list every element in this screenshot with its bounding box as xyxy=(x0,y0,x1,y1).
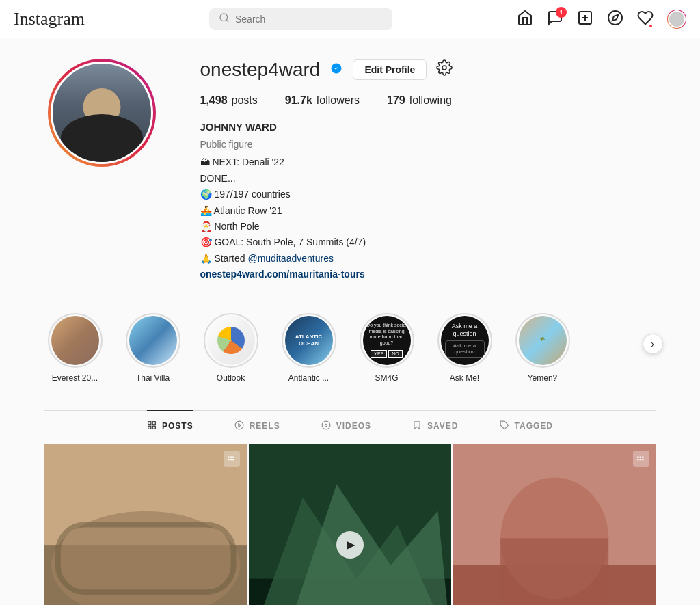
stories-next-button[interactable]: › xyxy=(643,334,663,354)
following-count: 179 xyxy=(387,94,405,107)
tab-videos[interactable]: VIDEOS xyxy=(321,410,371,442)
bio-line-6: 🎯 GOAL: South Pole, 7 Summits (4/7) xyxy=(200,234,656,250)
notifications-icon[interactable] xyxy=(637,10,654,29)
followers-stat[interactable]: 91.7k followers xyxy=(285,94,360,107)
settings-icon[interactable] xyxy=(436,59,453,80)
add-post-icon[interactable] xyxy=(577,10,593,29)
story-ring-sm4g: Do you think social media is causing mor… xyxy=(360,313,414,368)
tab-reels-label: REELS xyxy=(250,421,280,431)
profile-section: onestep4ward Edit Profile 1,498 xyxy=(44,59,656,283)
bio-category: Public figure xyxy=(200,137,656,152)
story-label-sm4g: SM4G xyxy=(375,373,398,383)
bio-line-5: 🎅 North Pole xyxy=(200,219,656,234)
bio-mention-link[interactable]: @muditaadventures xyxy=(247,253,334,264)
search-input[interactable] xyxy=(235,14,383,25)
grid-item-amalfi[interactable]: ▶ xyxy=(249,444,451,605)
story-sm4g[interactable]: Do you think social media is causing mor… xyxy=(356,313,418,383)
header-nav: 1 xyxy=(517,10,686,29)
bio-line-3: 🌍 197/197 countries xyxy=(200,187,656,202)
story-label-everest: Everest 20... xyxy=(52,373,98,383)
svg-point-15 xyxy=(325,424,327,427)
profile-username: onestep4ward xyxy=(200,59,321,81)
grid-image-amalfi xyxy=(249,444,451,605)
bio-line-4: 🚣 Atlantic Row '21 xyxy=(200,203,656,218)
tab-reels[interactable]: REELS xyxy=(234,410,280,442)
username-row: onestep4ward Edit Profile xyxy=(200,59,656,81)
grid-image-colosseum xyxy=(44,444,247,605)
following-stat[interactable]: 179 following xyxy=(387,94,452,107)
search-bar[interactable] xyxy=(209,8,392,30)
story-yemen[interactable]: 🌴 Yemen? xyxy=(512,313,574,383)
story-ring-thai xyxy=(126,313,180,368)
story-ring-atlantic: ATLANTIC OCEAN xyxy=(282,313,336,368)
following-label: following xyxy=(409,94,452,107)
svg-rect-8 xyxy=(148,421,151,424)
photo-grid: ▶ xyxy=(44,444,656,605)
content-tabs: POSTS REELS VIDEOS SAVE xyxy=(44,410,656,442)
bio-name: JOHNNY WARD xyxy=(200,119,656,135)
posts-stat[interactable]: 1,498 posts xyxy=(200,94,258,107)
svg-line-1 xyxy=(226,20,228,22)
story-outlook[interactable]: Outlook xyxy=(200,313,262,383)
bio-link-line: onestep4ward.com/mauritania-tours xyxy=(200,267,656,282)
play-button-amalfi: ▶ xyxy=(336,531,364,559)
story-everest[interactable]: Everest 20... xyxy=(44,313,106,383)
svg-rect-9 xyxy=(152,421,155,424)
story-ring-yemen: 🌴 xyxy=(515,313,570,368)
profile-avatar-ring xyxy=(48,59,156,167)
edit-profile-button[interactable]: Edit Profile xyxy=(353,59,427,80)
posts-count: 1,498 xyxy=(200,94,228,107)
story-label-thai: Thai Villa xyxy=(136,373,170,383)
stories-highlights: Everest 20... Thai Villa Outlook ATLANT xyxy=(44,313,656,383)
profile-avatar-header[interactable] xyxy=(667,10,686,29)
story-ring-askme: Ask me a question Ask me a question xyxy=(438,313,492,368)
grid-multi-icon-florence xyxy=(633,451,649,467)
profile-stats: 1,498 posts 91.7k followers 179 followin… xyxy=(200,94,656,107)
explore-icon[interactable] xyxy=(607,10,623,29)
story-atlantic[interactable]: ATLANTIC OCEAN Antlantic ... xyxy=(278,313,340,383)
reels-tab-icon xyxy=(234,420,244,432)
profile-picture xyxy=(53,64,151,162)
svg-point-0 xyxy=(220,14,228,21)
svg-point-14 xyxy=(322,421,330,429)
profile-avatar-wrap xyxy=(44,59,159,167)
posts-label: posts xyxy=(232,94,258,107)
story-askme[interactable]: Ask me a question Ask me a question Ask … xyxy=(434,313,496,383)
grid-item-florence[interactable] xyxy=(453,444,656,605)
tab-saved[interactable]: SAVED xyxy=(412,410,458,442)
posts-tab-icon xyxy=(147,420,157,432)
story-thumb-askme: Ask me a question Ask me a question xyxy=(441,316,489,365)
tab-posts-label: POSTS xyxy=(162,421,193,431)
message-badge: 1 xyxy=(556,7,567,18)
svg-point-12 xyxy=(235,421,243,429)
home-icon[interactable] xyxy=(517,10,533,29)
story-label-yemen: Yemen? xyxy=(528,373,558,383)
grid-image-florence xyxy=(453,444,656,605)
story-label-askme: Ask Me! xyxy=(450,373,479,383)
story-label-atlantic: Antlantic ... xyxy=(288,373,329,383)
story-thumb-thai xyxy=(129,316,177,365)
bio-line-1: 🏔 NEXT: Denali '22 xyxy=(200,154,656,170)
followers-label: followers xyxy=(317,94,360,107)
main-content: onestep4ward Edit Profile 1,498 xyxy=(31,38,670,605)
svg-point-7 xyxy=(442,66,446,70)
story-thumb-sm4g: Do you think social media is causing mor… xyxy=(363,316,411,365)
story-thumb-everest xyxy=(51,316,99,365)
profile-avatar[interactable] xyxy=(51,62,153,164)
svg-rect-11 xyxy=(152,426,155,429)
followers-count: 91.7k xyxy=(285,94,312,107)
tab-tagged[interactable]: TAGGED xyxy=(500,410,553,442)
outlook-pie-chart xyxy=(217,327,245,354)
saved-tab-icon xyxy=(412,420,422,432)
story-label-outlook: Outlook xyxy=(217,373,245,383)
story-thai[interactable]: Thai Villa xyxy=(122,313,184,383)
tab-posts[interactable]: POSTS xyxy=(147,410,193,442)
svg-marker-6 xyxy=(612,14,618,20)
tagged-tab-icon xyxy=(500,420,509,432)
story-thumb-outlook xyxy=(207,316,255,365)
tab-tagged-label: TAGGED xyxy=(515,421,553,431)
messenger-icon[interactable]: 1 xyxy=(547,10,563,29)
grid-item-colosseum[interactable] xyxy=(44,444,247,605)
instagram-logo: Instagram xyxy=(14,9,85,29)
bio-website-link[interactable]: onestep4ward.com/mauritania-tours xyxy=(200,269,365,280)
